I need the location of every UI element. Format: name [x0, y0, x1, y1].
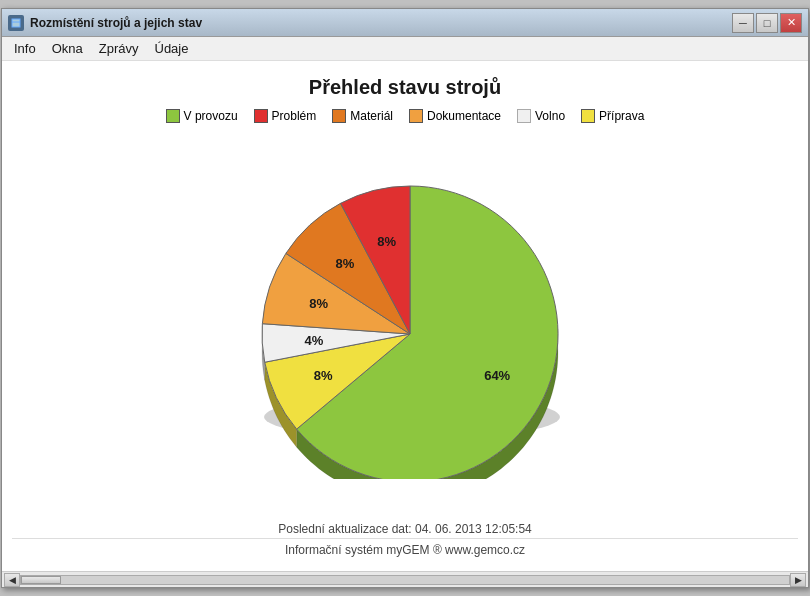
legend-color-vprovozu	[166, 109, 180, 123]
menu-item-info[interactable]: Info	[6, 39, 44, 58]
legend-label-problem: Problém	[272, 109, 317, 123]
pie-chart: 64%8%4%8%8%8%	[220, 169, 590, 479]
legend-color-material	[332, 109, 346, 123]
footer-update: Poslední aktualizace dat: 04. 06. 2013 1…	[278, 522, 532, 536]
legend-item-material: Materiál	[332, 109, 393, 123]
minimize-button[interactable]: ─	[732, 13, 754, 33]
maximize-button[interactable]: □	[756, 13, 778, 33]
scroll-left-arrow[interactable]: ◀	[4, 573, 20, 587]
scroll-thumb[interactable]	[21, 576, 61, 584]
svg-rect-0	[12, 19, 20, 27]
horizontal-scrollbar[interactable]: ◀ ▶	[2, 571, 808, 587]
legend-label-vprovozu: V provozu	[184, 109, 238, 123]
close-button[interactable]: ✕	[780, 13, 802, 33]
scroll-track[interactable]	[20, 575, 790, 585]
svg-text:4%: 4%	[305, 332, 324, 347]
chart-title: Přehled stavu strojů	[309, 76, 501, 99]
legend-label-volno: Volno	[535, 109, 565, 123]
main-window: Rozmístění strojů a jejich stav ─ □ ✕ In…	[1, 8, 809, 588]
legend-item-vprovozu: V provozu	[166, 109, 238, 123]
legend-label-material: Materiál	[350, 109, 393, 123]
menu-item-udaje[interactable]: Údaje	[147, 39, 197, 58]
footer-brand: Informační systém myGEM ® www.gemco.cz	[12, 538, 798, 557]
legend-label-dokumentace: Dokumentace	[427, 109, 501, 123]
svg-text:8%: 8%	[314, 368, 333, 383]
svg-text:64%: 64%	[484, 367, 510, 382]
menu-item-zpravy[interactable]: Zprávy	[91, 39, 147, 58]
window-title: Rozmístění strojů a jejich stav	[30, 16, 732, 30]
scroll-right-arrow[interactable]: ▶	[790, 573, 806, 587]
legend-label-priprava: Příprava	[599, 109, 644, 123]
app-icon	[8, 15, 24, 31]
menu-item-okna[interactable]: Okna	[44, 39, 91, 58]
svg-text:8%: 8%	[309, 296, 328, 311]
pie-chart-container: 64%8%4%8%8%8%	[12, 133, 798, 514]
window-controls: ─ □ ✕	[732, 13, 802, 33]
legend-color-priprava	[581, 109, 595, 123]
svg-text:8%: 8%	[336, 256, 355, 271]
menu-bar: Info Okna Zprávy Údaje	[2, 37, 808, 61]
chart-legend: V provozu Problém Materiál Dokumentace V…	[166, 109, 645, 123]
legend-item-priprava: Příprava	[581, 109, 644, 123]
legend-item-dokumentace: Dokumentace	[409, 109, 501, 123]
legend-item-problem: Problém	[254, 109, 317, 123]
legend-color-volno	[517, 109, 531, 123]
legend-color-dokumentace	[409, 109, 423, 123]
svg-text:8%: 8%	[377, 233, 396, 248]
legend-item-volno: Volno	[517, 109, 565, 123]
title-bar: Rozmístění strojů a jejich stav ─ □ ✕	[2, 9, 808, 37]
content-area: Přehled stavu strojů V provozu Problém M…	[2, 61, 808, 571]
legend-color-problem	[254, 109, 268, 123]
